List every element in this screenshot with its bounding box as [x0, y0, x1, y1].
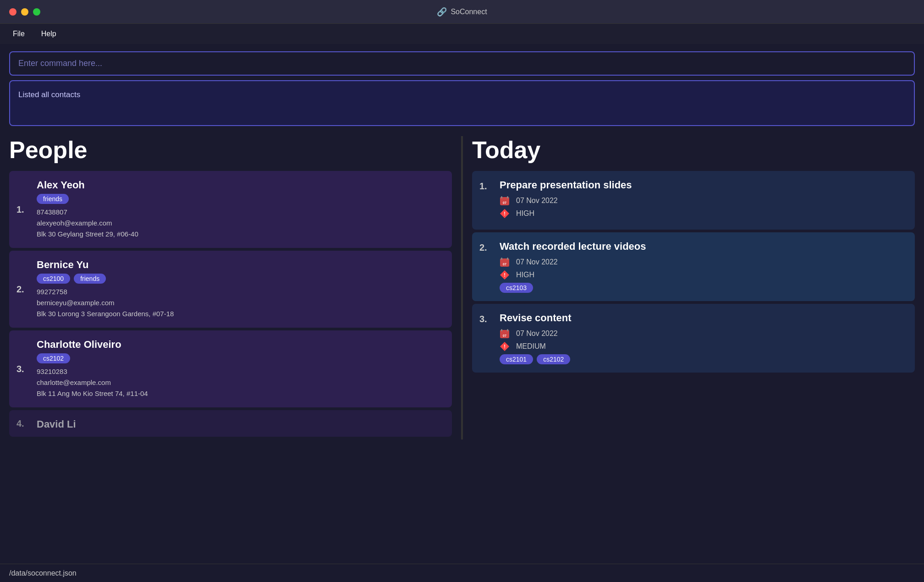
people-section: People 1. Alex Yeoh friends 87438807 ale… [9, 136, 452, 439]
task-date-detail: 07 07 Nov 2022 [500, 329, 906, 339]
task-list: 1. Prepare presentation slides 07 07 Nov… [472, 171, 915, 439]
calendar-icon: 07 [500, 257, 510, 267]
menu-help[interactable]: Help [38, 28, 60, 40]
contact-name: David Li [37, 418, 443, 430]
contact-address: Blk 30 Geylang Street 29, #06-40 [37, 229, 443, 240]
svg-text:07: 07 [503, 263, 506, 266]
contact-number: 4. [16, 418, 24, 429]
today-section: Today 1. Prepare presentation slides 07 … [472, 136, 915, 439]
maximize-button[interactable] [33, 8, 40, 16]
menubar: File Help [0, 24, 924, 44]
task-priority-detail: ! HIGH [500, 209, 906, 219]
task-priority: HIGH [516, 209, 534, 218]
contact-tags: friends [37, 194, 443, 204]
svg-rect-3 [501, 196, 502, 198]
contact-address: Blk 11 Ang Mo Kio Street 74, #11-04 [37, 388, 443, 399]
task-name: Prepare presentation slides [500, 179, 906, 191]
tag: cs2100 [37, 274, 70, 284]
close-button[interactable] [9, 8, 16, 16]
svg-rect-11 [501, 258, 502, 260]
svg-text:!: ! [504, 211, 506, 216]
task-tag: cs2102 [537, 354, 570, 364]
svg-text:!: ! [504, 272, 506, 278]
svg-rect-20 [507, 329, 508, 331]
window-controls [9, 8, 40, 16]
svg-rect-10 [500, 260, 509, 262]
command-output: Listed all contacts [9, 80, 915, 126]
svg-text:07: 07 [503, 201, 506, 204]
contact-phone: 99272758 [37, 286, 443, 297]
minimize-button[interactable] [21, 8, 28, 16]
svg-rect-4 [507, 196, 508, 198]
svg-text:!: ! [504, 344, 506, 349]
task-priority: HIGH [516, 271, 534, 279]
task-date: 07 Nov 2022 [516, 258, 558, 266]
svg-rect-19 [501, 329, 502, 331]
contact-name: Bernice Yu [37, 259, 443, 271]
contact-number: 2. [16, 284, 24, 295]
svg-rect-12 [507, 258, 508, 260]
command-output-text: Listed all contacts [18, 90, 80, 99]
contact-item[interactable]: 4. David Li [9, 410, 452, 437]
priority-icon: ! [500, 270, 510, 280]
priority-icon: ! [500, 209, 510, 219]
menu-file[interactable]: File [9, 28, 28, 40]
tag: friends [74, 274, 106, 284]
command-input[interactable] [9, 51, 915, 76]
tag: friends [37, 194, 69, 204]
contact-email: charlotte@example.com [37, 377, 443, 388]
contact-phone: 93210283 [37, 366, 443, 377]
task-date: 07 Nov 2022 [516, 329, 558, 338]
task-item[interactable]: 3. Revise content 07 07 Nov 2022 [472, 304, 915, 373]
calendar-icon: 07 [500, 329, 510, 339]
command-area: Listed all contacts [0, 44, 924, 132]
task-item[interactable]: 1. Prepare presentation slides 07 07 Nov… [472, 171, 915, 230]
task-priority-detail: ! MEDIUM [500, 341, 906, 351]
contact-list: 1. Alex Yeoh friends 87438807 alexyeoh@e… [9, 171, 452, 439]
task-date-detail: 07 07 Nov 2022 [500, 257, 906, 267]
contact-email: alexyeoh@example.com [37, 218, 443, 229]
task-date: 07 Nov 2022 [516, 197, 558, 205]
statusbar: /data/soconnect.json [0, 564, 924, 582]
svg-rect-18 [500, 332, 509, 334]
today-title: Today [472, 136, 915, 164]
contact-item[interactable]: 3. Charlotte Oliveiro cs2102 93210283 ch… [9, 330, 452, 407]
task-name: Revise content [500, 312, 906, 324]
contact-tags: cs2102 [37, 353, 443, 363]
task-name: Watch recorded lecture videos [500, 241, 906, 253]
contact-item[interactable]: 2. Bernice Yu cs2100 friends 99272758 be… [9, 251, 452, 328]
contact-number: 1. [16, 204, 24, 215]
svg-rect-2 [500, 199, 509, 201]
calendar-icon: 07 [500, 196, 510, 206]
task-date-detail: 07 07 Nov 2022 [500, 196, 906, 206]
tag: cs2102 [37, 353, 70, 363]
main-content: People 1. Alex Yeoh friends 87438807 ale… [0, 132, 924, 439]
contact-name: Charlotte Oliveiro [37, 339, 443, 351]
contact-phone: 87438807 [37, 207, 443, 218]
contact-email: berniceyu@example.com [37, 297, 443, 308]
task-item[interactable]: 2. Watch recorded lecture videos 07 07 N… [472, 232, 915, 301]
app-title: 🔗 SoConnect [437, 7, 487, 17]
task-priority: MEDIUM [516, 342, 546, 351]
task-tags: cs2103 [500, 283, 906, 293]
priority-icon: ! [500, 341, 510, 351]
contact-tags: cs2100 friends [37, 274, 443, 284]
task-number: 2. [479, 242, 487, 253]
contact-item[interactable]: 1. Alex Yeoh friends 87438807 alexyeoh@e… [9, 171, 452, 248]
contact-name: Alex Yeoh [37, 179, 443, 191]
titlebar: 🔗 SoConnect [0, 0, 924, 24]
svg-text:07: 07 [503, 334, 506, 337]
task-tag: cs2103 [500, 283, 533, 293]
task-tag: cs2101 [500, 354, 533, 364]
contact-address: Blk 30 Lorong 3 Serangoon Gardens, #07-1… [37, 308, 443, 319]
app-name: SoConnect [451, 8, 487, 16]
app-icon: 🔗 [437, 7, 447, 17]
people-title: People [9, 136, 452, 164]
task-number: 3. [479, 314, 487, 324]
section-divider [461, 136, 463, 439]
task-tags: cs2101 cs2102 [500, 354, 906, 364]
statusbar-text: /data/soconnect.json [9, 569, 77, 577]
contact-number: 3. [16, 364, 24, 374]
task-priority-detail: ! HIGH [500, 270, 906, 280]
task-number: 1. [479, 181, 487, 192]
